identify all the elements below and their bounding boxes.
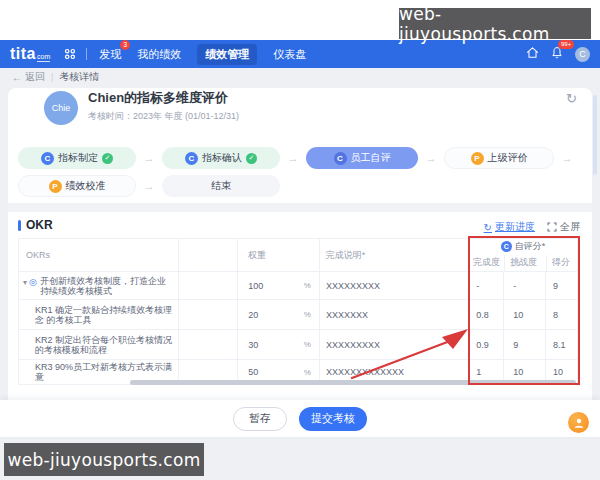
nav-item-dashboard[interactable]: 仪表盘: [273, 47, 306, 62]
kr-text: KR1 确定一款贴合持续绩效考核理念 的考核工具: [23, 305, 173, 325]
step-label: 绩效校准: [66, 179, 106, 193]
assessment-time: 考核时间：2023年 年度 (01/01-12/31): [88, 110, 239, 123]
back-button[interactable]: ← 返回: [12, 70, 45, 84]
self-score-subheaders: 完成度 挑战度 得分: [469, 255, 577, 271]
weight-unit: %: [304, 340, 311, 349]
watermark-bottom: web-jiuyousports.com: [4, 443, 204, 476]
navbar-right: 99+ C: [526, 45, 590, 63]
group-title: 自评分*: [515, 240, 546, 253]
step-label: 上级评价: [488, 151, 528, 165]
desc-cell[interactable]: XXXXXXXXX: [320, 272, 469, 299]
save-draft-button[interactable]: 暂存: [233, 407, 287, 431]
col-empty: [179, 239, 238, 271]
workflow-steps-row2: P 绩效校准 → 结束: [18, 175, 580, 197]
empty-cell: [179, 272, 238, 299]
apps-grid-icon[interactable]: [64, 48, 76, 60]
user-avatar[interactable]: C: [575, 47, 590, 62]
step-self-evaluation[interactable]: C 员工自评: [306, 147, 418, 169]
arrow-icon: →: [418, 152, 444, 164]
okr-table: OKRs 权重 完成说明* C 自评分* 完成度 挑战度 得分 ▾ ◎ 开创新: [18, 238, 578, 385]
update-progress-label: 更新进度: [495, 220, 535, 234]
update-progress-link[interactable]: ↻ 更新进度: [484, 220, 535, 234]
step-superior-evaluation[interactable]: P 上级评价: [444, 147, 554, 169]
arrow-icon: →: [136, 180, 162, 192]
challenge-cell[interactable]: 10: [504, 300, 546, 329]
challenge-cell[interactable]: -: [504, 272, 546, 299]
weight-cell: 100 %: [238, 272, 320, 299]
nav-item-performance-management[interactable]: 绩效管理: [197, 44, 257, 65]
arrow-icon: →: [554, 152, 580, 164]
fullscreen-icon: [547, 222, 557, 232]
bell-icon[interactable]: 99+: [551, 45, 563, 63]
logo-text: tita: [10, 45, 36, 63]
kr-name-cell: KR2 制定出符合每个职位考核情况的考核模板和流程: [19, 330, 179, 359]
col-desc: 完成说明*: [320, 239, 469, 271]
collapse-caret-icon[interactable]: ▾: [23, 278, 27, 288]
desc-cell[interactable]: XXXXXXXXX: [320, 330, 469, 359]
col-self-score-group: C 自评分* 完成度 挑战度 得分: [469, 239, 577, 271]
home-icon[interactable]: [526, 45, 539, 63]
step-label: 指标确认: [202, 151, 242, 165]
assessee-avatar: Chie: [44, 91, 78, 125]
self-score-group-label: C 自评分*: [469, 239, 577, 255]
horizontal-scrollbar[interactable]: [130, 380, 576, 385]
table-header: OKRs 权重 完成说明* C 自评分* 完成度 挑战度 得分: [19, 239, 577, 272]
step-label: 指标制定: [58, 151, 98, 165]
objective-name-cell: ▾ ◎ 开创新绩效考核制度，打造企业持续绩效考核模式: [19, 272, 179, 299]
footer-bar: 暂存 提交考核: [0, 400, 600, 437]
challenge-cell[interactable]: 9: [504, 330, 546, 359]
check-icon: ✓: [246, 153, 257, 164]
back-arrow-icon: ←: [12, 72, 22, 83]
kr-text: KR2 制定出符合每个职位考核情况的考核模板和流程: [23, 335, 173, 355]
person-icon: [573, 417, 585, 429]
kr-text: KR3 90%员工对新考核方式表示满意: [23, 362, 173, 382]
c-icon: C: [501, 241, 512, 252]
step-indicator-confirm[interactable]: C 指标确认 ✓: [162, 147, 280, 169]
score-cell: 8.1: [546, 330, 577, 359]
screen: web-jiuyousports.com tita com 发现 3 我的绩效 …: [0, 0, 600, 480]
completion-cell[interactable]: -: [469, 272, 504, 299]
objective-text: 开创新绩效考核制度，打造企业持续绩效考核模式: [40, 276, 174, 296]
tita-logo[interactable]: tita com: [10, 45, 50, 63]
step-label: 员工自评: [351, 151, 391, 165]
okr-section-actions: ↻ 更新进度 全屏: [0, 220, 580, 234]
breadcrumb-divider: |: [51, 72, 53, 82]
p-icon: P: [49, 180, 62, 193]
desc-cell[interactable]: XXXXXXX: [320, 300, 469, 329]
fullscreen-label: 全屏: [560, 220, 580, 234]
weight-cell: 20 %: [238, 300, 320, 329]
completion-cell[interactable]: 0.9: [469, 330, 504, 359]
nav-item-discover[interactable]: 发现 3: [99, 47, 121, 62]
step-label: 结束: [211, 179, 231, 193]
weight-value: 20: [248, 310, 258, 320]
weight-value: 50: [248, 367, 258, 377]
nav-item-label: 发现: [99, 48, 121, 60]
nav-divider: [86, 48, 87, 60]
table-row-kr2: KR2 制定出符合每个职位考核情况的考核模板和流程 30 % XXXXXXXXX…: [19, 330, 577, 360]
fullscreen-button[interactable]: 全屏: [547, 220, 580, 234]
navbar: tita com 发现 3 我的绩效 绩效管理 仪表盘: [0, 40, 600, 68]
help-floating-button[interactable]: [568, 412, 589, 433]
section-divider: [8, 203, 592, 212]
workflow-steps-row1: C 指标制定 ✓ → C 指标确认 ✓ → C 员工自评 → P 上级评价 →: [18, 147, 580, 169]
vertical-scrollbar[interactable]: [593, 95, 597, 175]
step-calibration[interactable]: P 绩效校准: [18, 175, 136, 197]
score-cell: 9: [546, 272, 577, 299]
step-finish[interactable]: 结束: [162, 175, 280, 197]
objective-icon: ◎: [29, 277, 37, 287]
completion-cell[interactable]: 0.8: [469, 300, 504, 329]
col-challenge: 挑战度: [504, 255, 546, 271]
submit-assessment-button[interactable]: 提交考核: [299, 407, 367, 431]
empty-cell: [179, 300, 238, 329]
step-indicator-setup[interactable]: C 指标制定 ✓: [18, 147, 136, 169]
history-icon[interactable]: ↻: [566, 91, 577, 106]
breadcrumb: ← 返回 | 考核详情: [12, 70, 99, 84]
watermark-top: web-jiuyousports.com: [399, 8, 591, 39]
table-row-kr1: KR1 确定一款贴合持续绩效考核理念 的考核工具 20 % XXXXXXX 0.…: [19, 300, 577, 330]
arrow-icon: →: [280, 152, 306, 164]
c-icon: C: [41, 152, 54, 165]
p-icon: P: [471, 152, 484, 165]
col-okrs: OKRs: [19, 239, 179, 271]
nav-item-my-performance[interactable]: 我的绩效: [137, 47, 181, 62]
notification-badge: 3: [120, 40, 130, 50]
